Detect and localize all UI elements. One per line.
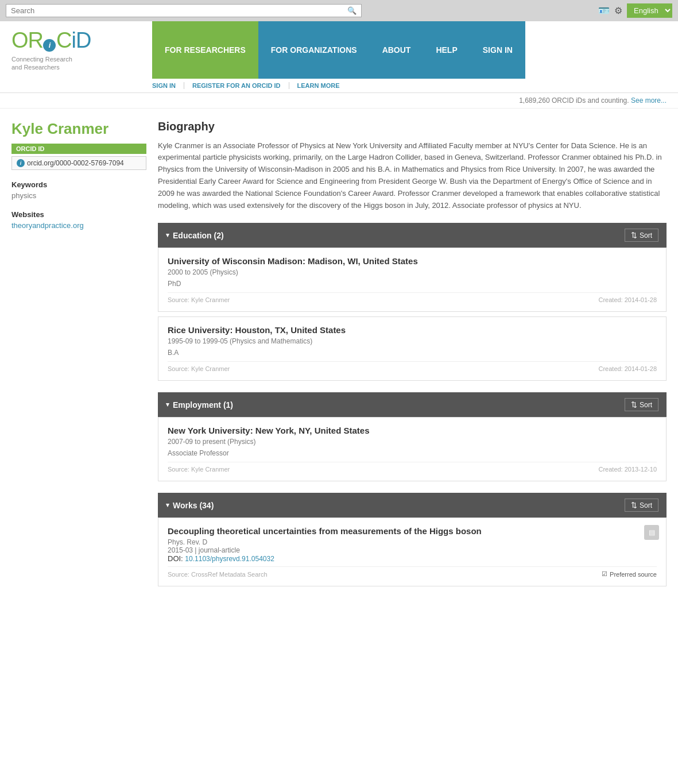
- logo-tagline: Connecting Researchand Researchers: [11, 55, 141, 72]
- education-chevron-icon: ▾: [166, 231, 169, 239]
- employment-panel: ▾ Employment (1) ⇅ Sort New York Univers…: [158, 392, 667, 481]
- websites-label: Websites: [11, 210, 146, 219]
- employment-entry-0: New York University: New York, NY, Unite…: [158, 417, 667, 481]
- employment-entry-0-title: New York University: New York, NY, Unite…: [168, 426, 657, 435]
- employment-panel-title: ▾ Employment (1): [166, 400, 233, 410]
- profile-name: Kyle Cranmer: [11, 120, 146, 138]
- work-entry-0-footer: Source: CrossRef Metadata Search ☑ Prefe…: [168, 566, 657, 578]
- education-entry-1-created: Created: 2014-01-28: [598, 365, 657, 372]
- education-title-text: Education (2): [173, 231, 224, 240]
- education-entry-0-title: University of Wisconsin Madison: Madison…: [168, 256, 657, 266]
- employment-entry-0-footer: Source: Kyle Cranmer Created: 2013-12-10: [168, 462, 657, 473]
- nav-for-researchers[interactable]: FOR RESEARCHERS: [152, 21, 258, 79]
- main-profile: Biography Kyle Cranmer is an Associate P…: [158, 120, 667, 598]
- top-bar-right: 🪪 ⚙ English: [598, 3, 672, 18]
- employment-title-text: Employment (1): [173, 400, 233, 410]
- work-entry-0-date: 2015-03 | journal-article: [168, 546, 657, 554]
- stats-count-text: 1,689,260 ORCID iDs and counting.: [519, 96, 629, 105]
- orcid-id-value: i orcid.org/0000-0002-5769-7094: [11, 156, 146, 170]
- education-sort-button[interactable]: ⇅ Sort: [625, 229, 658, 242]
- secondary-nav-signin[interactable]: SIGN IN: [152, 82, 184, 89]
- work-entry-0-journal: Phys. Rev. D: [168, 538, 657, 546]
- works-sort-button[interactable]: ⇅ Sort: [625, 499, 658, 512]
- logo-text: ORiCiD: [11, 28, 91, 53]
- checkmark-icon: ☑: [602, 570, 607, 578]
- top-bar: 🔍 🪪 ⚙ English: [0, 0, 678, 21]
- search-icon: 🔍: [347, 6, 357, 15]
- secondary-nav-learn[interactable]: LEARN MORE: [289, 82, 348, 89]
- work-entry-0: ▤ Decoupling theoretical uncertainties f…: [158, 517, 667, 586]
- education-panel-header[interactable]: ▾ Education (2) ⇅ Sort: [158, 223, 667, 248]
- work-menu-button[interactable]: ▤: [644, 525, 659, 540]
- orcid-id-label: ORCID ID: [11, 144, 146, 154]
- settings-icon-btn[interactable]: ⚙: [614, 5, 622, 16]
- works-panel-title: ▾ Works (34): [166, 501, 214, 510]
- work-entry-0-doi: DOI: 10.1103/physrevd.91.054032: [168, 554, 657, 563]
- education-entry-1-title: Rice University: Houston, TX, United Sta…: [168, 325, 657, 335]
- employment-panel-header[interactable]: ▾ Employment (1) ⇅ Sort: [158, 392, 667, 417]
- employment-entry-0-role: Associate Professor: [168, 449, 657, 457]
- websites-section: Websites theoryandpractice.org: [11, 210, 146, 230]
- search-input[interactable]: [11, 6, 347, 15]
- secondary-nav-register[interactable]: REGISTER FOR AN ORCID ID: [184, 82, 289, 89]
- logo: ORiCiD: [11, 28, 141, 53]
- doi-link[interactable]: 10.1103/physrevd.91.054032: [185, 555, 274, 563]
- secondary-nav: SIGN IN REGISTER FOR AN ORCID ID LEARN M…: [0, 79, 678, 93]
- education-entry-0-footer: Source: Kyle Cranmer Created: 2014-01-28: [168, 292, 657, 303]
- biography-section: Biography Kyle Cranmer is an Associate P…: [158, 120, 667, 212]
- sort-icon: ⇅: [631, 231, 637, 240]
- main-nav: FOR RESEARCHERS FOR ORGANIZATIONS ABOUT …: [152, 21, 678, 79]
- keywords-label: Keywords: [11, 180, 146, 189]
- education-entry-0-created: Created: 2014-01-28: [598, 296, 657, 303]
- id-icon-btn[interactable]: 🪪: [598, 5, 610, 16]
- header: ORiCiD Connecting Researchand Researcher…: [0, 21, 678, 79]
- education-entry-0: University of Wisconsin Madison: Madison…: [158, 248, 667, 312]
- education-entry-1-dates: 1995-09 to 1999-05 (Physics and Mathemat…: [168, 337, 657, 345]
- stats-see-more-link[interactable]: See more...: [631, 96, 667, 105]
- keywords-value: physics: [11, 191, 146, 200]
- education-panel-title: ▾ Education (2): [166, 231, 224, 240]
- language-select[interactable]: English: [627, 3, 672, 18]
- education-entry-0-dates: 2000 to 2005 (Physics): [168, 268, 657, 276]
- nav-about[interactable]: ABOUT: [370, 21, 424, 79]
- preferred-source-badge: ☑ Preferred source: [602, 570, 657, 578]
- work-entry-0-source: Source: CrossRef Metadata Search: [168, 571, 268, 578]
- employment-entry-0-created: Created: 2013-12-10: [598, 466, 657, 473]
- biography-text: Kyle Cranmer is an Associate Professor o…: [158, 140, 667, 212]
- education-entry-1: Rice University: Houston, TX, United Sta…: [158, 316, 667, 381]
- employment-entry-0-dates: 2007-09 to present (Physics): [168, 438, 657, 446]
- preferred-source-text: Preferred source: [610, 571, 657, 578]
- nav-help[interactable]: HELP: [423, 21, 470, 79]
- works-sort-label: Sort: [640, 501, 652, 509]
- logo-i-icon: i: [43, 39, 56, 52]
- website-link[interactable]: theoryandpractice.org: [11, 221, 84, 230]
- education-entry-1-source: Source: Kyle Cranmer: [168, 365, 230, 372]
- employment-entry-0-source: Source: Kyle Cranmer: [168, 466, 230, 473]
- works-panel-header[interactable]: ▾ Works (34) ⇅ Sort: [158, 493, 667, 517]
- education-panel: ▾ Education (2) ⇅ Sort University of Wis…: [158, 223, 667, 381]
- works-title-text: Works (34): [173, 501, 214, 510]
- sidebar: Kyle Cranmer ORCID ID i orcid.org/0000-0…: [11, 120, 146, 598]
- orcid-id-text: orcid.org/0000-0002-5769-7094: [27, 159, 124, 167]
- orcid-id-icon: i: [17, 159, 25, 167]
- biography-title: Biography: [158, 120, 667, 133]
- employment-sort-icon: ⇅: [631, 400, 637, 409]
- education-entry-0-source: Source: Kyle Cranmer: [168, 296, 230, 303]
- work-entry-0-title: Decoupling theoretical uncertainties fro…: [168, 526, 657, 536]
- keywords-section: Keywords physics: [11, 180, 146, 200]
- employment-chevron-icon: ▾: [166, 401, 169, 408]
- employment-sort-label: Sort: [640, 401, 652, 409]
- nav-for-organizations[interactable]: FOR ORGANIZATIONS: [258, 21, 370, 79]
- employment-sort-button[interactable]: ⇅ Sort: [625, 398, 658, 411]
- stats-bar: 1,689,260 ORCID iDs and counting. See mo…: [0, 93, 678, 109]
- doi-label: DOI:: [168, 554, 183, 563]
- education-sort-label: Sort: [640, 231, 652, 240]
- works-sort-icon: ⇅: [631, 501, 637, 509]
- search-box[interactable]: 🔍: [6, 4, 362, 17]
- main-content: Kyle Cranmer ORCID ID i orcid.org/0000-0…: [0, 109, 678, 610]
- works-chevron-icon: ▾: [166, 501, 169, 509]
- nav-sign-in[interactable]: SIGN IN: [470, 21, 525, 79]
- logo-area: ORiCiD Connecting Researchand Researcher…: [0, 21, 152, 79]
- education-entry-1-footer: Source: Kyle Cranmer Created: 2014-01-28: [168, 361, 657, 372]
- education-entry-0-degree: PhD: [168, 280, 657, 288]
